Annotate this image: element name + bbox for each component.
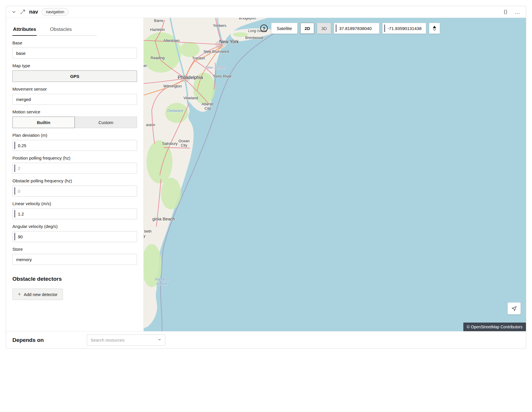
map-canvas[interactable]: Barre Hazleton Yonkers Bridgeport Long I… — [143, 18, 526, 331]
map-type-gps-button[interactable]: GPS — [12, 70, 137, 82]
latitude-input[interactable] — [337, 26, 379, 31]
depends-on-section: Depends on Search resources — [6, 331, 526, 349]
angular-velocity-input-wrap — [12, 231, 137, 242]
store-input[interactable] — [13, 257, 137, 262]
position-polling-input[interactable] — [15, 166, 137, 171]
add-detector-label: Add new detector — [24, 292, 58, 297]
map-type-label: Map type — [12, 63, 137, 68]
latitude-input-wrap — [334, 23, 379, 34]
obstacle-polling-label: Obstacle polling frequency (hz) — [12, 178, 137, 183]
motion-custom-option[interactable]: Custom — [75, 117, 137, 128]
movement-sensor-input-wrap — [12, 94, 137, 105]
map-mode-3d-button[interactable]: 3D — [317, 23, 331, 34]
map-mode-2d-button[interactable]: 2D — [300, 23, 314, 34]
chevron-down-icon — [158, 338, 162, 343]
tab-obstacles[interactable]: Obstacles — [49, 25, 72, 35]
help-icon[interactable]: ? — [260, 25, 268, 32]
plan-deviation-input-wrap — [12, 140, 137, 151]
map-graphic — [144, 18, 526, 331]
coordinate-stepper[interactable] — [429, 23, 440, 34]
obstacle-polling-input[interactable] — [15, 189, 137, 194]
add-detector-button[interactable]: + Add new detector — [12, 289, 63, 300]
store-input-wrap — [12, 254, 137, 265]
arrow-up-icon — [432, 26, 437, 29]
longitude-input[interactable] — [385, 26, 426, 31]
movement-sensor-input[interactable] — [13, 97, 137, 102]
collapse-chevron-icon[interactable] — [11, 9, 16, 14]
position-polling-label: Position polling frequency (hz) — [12, 156, 137, 160]
navigation-service-icon — [20, 9, 26, 15]
movement-sensor-label: Movement sensor — [12, 87, 137, 91]
longitude-input-wrap — [382, 23, 426, 34]
plan-deviation-input[interactable] — [15, 143, 137, 148]
base-input[interactable] — [13, 51, 137, 56]
motion-service-toggle: Builtin Custom — [12, 117, 137, 128]
config-panel: Attributes Obstacles Base Map type GPS M… — [6, 18, 143, 331]
store-label: Store — [12, 247, 137, 252]
obstacle-polling-input-wrap — [12, 186, 137, 196]
arrow-down-icon — [433, 29, 436, 31]
obstacle-detectors-heading: Obstacle detectors — [12, 276, 137, 282]
recenter-button[interactable] — [507, 302, 521, 314]
card-body: Attributes Obstacles Base Map type GPS M… — [6, 18, 526, 331]
map-attribution: © OpenStreetMap Contributors — [463, 323, 526, 331]
satellite-toggle-button[interactable]: Satellite — [271, 23, 297, 34]
plus-icon: + — [18, 292, 21, 297]
depends-on-select[interactable]: Search resources — [87, 334, 165, 346]
base-label: Base — [12, 40, 137, 45]
tab-attributes[interactable]: Attributes — [12, 25, 37, 36]
angular-velocity-input[interactable] — [15, 234, 137, 239]
linear-velocity-input[interactable] — [15, 211, 137, 216]
map-controls: ? Satellite 2D 3D — [260, 23, 440, 34]
tab-bar: Attributes Obstacles — [12, 25, 97, 36]
motion-builtin-option[interactable]: Builtin — [12, 117, 75, 128]
overflow-menu-icon[interactable]: … — [514, 9, 521, 15]
base-input-wrap — [12, 48, 137, 59]
service-title: nav — [29, 9, 38, 15]
navigation-arrow-icon — [511, 306, 517, 311]
page: nav navigation {} … Attributes Obstacles… — [0, 0, 532, 412]
select-placeholder: Search resources — [91, 338, 125, 342]
nav-service-card: nav navigation {} … Attributes Obstacles… — [6, 6, 526, 349]
linear-velocity-input-wrap — [12, 208, 137, 219]
depends-on-label: Depends on — [12, 337, 44, 343]
linear-velocity-label: Linear velocity (m/s) — [12, 201, 137, 206]
service-type-badge: navigation — [42, 8, 69, 16]
motion-service-label: Motion service — [12, 109, 137, 114]
plan-deviation-label: Plan deviation (m) — [12, 133, 137, 138]
header-actions: {} … — [504, 9, 521, 15]
position-polling-input-wrap — [12, 163, 137, 174]
angular-velocity-label: Angular velocity (deg/s) — [12, 224, 137, 229]
card-header: nav navigation {} … — [6, 6, 526, 18]
raw-json-icon[interactable]: {} — [504, 9, 507, 14]
